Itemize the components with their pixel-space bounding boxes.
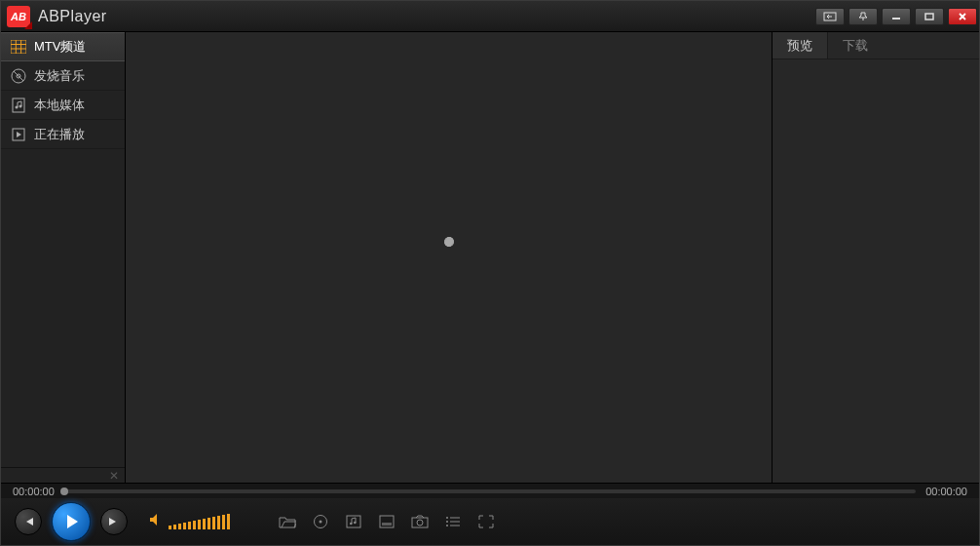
- current-time-label: 00:00:00: [13, 486, 55, 497]
- right-panel: 预览 下载: [773, 32, 979, 483]
- music-file-icon: [11, 98, 26, 113]
- control-bar: [1, 498, 979, 545]
- open-file-button[interactable]: [279, 514, 296, 529]
- progress-bar-row: 00:00:00 00:00:00: [1, 483, 979, 498]
- sidebar-collapse-button[interactable]: ✕: [1, 467, 125, 483]
- close-button[interactable]: [948, 8, 977, 25]
- svg-point-29: [446, 525, 448, 526]
- right-panel-body: [773, 59, 979, 483]
- sidebar-item-mtv-channel[interactable]: MTV频道: [1, 32, 125, 61]
- svg-rect-11: [13, 98, 24, 112]
- svg-point-27: [446, 517, 448, 519]
- svg-point-16: [320, 521, 322, 524]
- seek-slider[interactable]: [64, 489, 916, 493]
- next-button[interactable]: [100, 508, 128, 535]
- sidebar-item-label: 发烧音乐: [34, 67, 85, 85]
- sidebar-item-local-media[interactable]: 本地媒体: [1, 91, 125, 120]
- svg-point-19: [354, 522, 357, 525]
- play-box-icon: [11, 127, 26, 142]
- audio-track-button[interactable]: [345, 514, 362, 529]
- seek-thumb[interactable]: [60, 488, 68, 495]
- svg-point-12: [16, 105, 19, 108]
- svg-point-28: [446, 521, 448, 523]
- volume-control[interactable]: [149, 513, 230, 530]
- extra-tools: [279, 514, 495, 529]
- video-viewport[interactable]: [126, 32, 773, 483]
- tab-preview[interactable]: 预览: [773, 32, 827, 58]
- svg-point-13: [19, 104, 22, 107]
- svg-rect-21: [382, 523, 392, 526]
- svg-point-18: [350, 523, 353, 526]
- svg-rect-2: [925, 14, 933, 20]
- loading-spinner-icon: [433, 241, 466, 274]
- tab-download[interactable]: 下载: [828, 32, 883, 58]
- fullscreen-button[interactable]: [477, 514, 495, 529]
- sidebar-item-label: 正在播放: [34, 126, 85, 143]
- total-time-label: 00:00:00: [925, 486, 967, 497]
- sidebar-item-now-playing[interactable]: 正在播放: [1, 120, 125, 149]
- right-panel-tabs: 预览 下载: [773, 32, 979, 59]
- grid-icon: [11, 39, 26, 55]
- maximize-button[interactable]: [915, 8, 944, 25]
- sidebar-item-label: MTV频道: [34, 38, 86, 56]
- compact-mode-button[interactable]: [815, 8, 845, 25]
- pin-button[interactable]: [848, 8, 878, 25]
- volume-level-bars[interactable]: [169, 514, 230, 529]
- svg-rect-17: [347, 516, 360, 527]
- play-button[interactable]: [52, 502, 91, 541]
- sidebar-item-label: 本地媒体: [34, 97, 85, 114]
- app-window: ABPlayer: [0, 0, 980, 546]
- window-controls: [815, 8, 977, 25]
- sidebar: MTV频道 发烧音乐 本地媒体 正在播放 ✕: [1, 32, 126, 483]
- content-area: MTV频道 发烧音乐 本地媒体 正在播放 ✕: [1, 32, 979, 483]
- disc-button[interactable]: [312, 514, 329, 529]
- svg-line-10: [14, 71, 23, 81]
- sidebar-item-fever-music[interactable]: 发烧音乐: [1, 61, 125, 91]
- svg-rect-20: [380, 516, 394, 527]
- snapshot-button[interactable]: [411, 514, 429, 529]
- svg-point-23: [417, 520, 423, 526]
- speaker-icon[interactable]: [149, 513, 165, 530]
- subtitle-button[interactable]: [378, 514, 396, 529]
- app-logo: [7, 6, 30, 27]
- minimize-button[interactable]: [882, 8, 911, 25]
- playlist-button[interactable]: [444, 514, 462, 529]
- svg-rect-3: [11, 40, 26, 54]
- app-title: ABPlayer: [38, 8, 107, 25]
- title-bar[interactable]: ABPlayer: [1, 1, 979, 32]
- previous-button[interactable]: [15, 508, 42, 535]
- disc-icon: [11, 68, 26, 84]
